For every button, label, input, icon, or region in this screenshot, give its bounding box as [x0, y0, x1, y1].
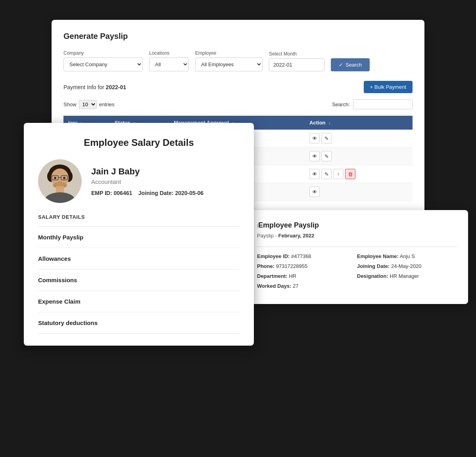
department-cell: Department: HR — [257, 273, 357, 279]
locations-select[interactable]: All — [149, 57, 189, 71]
locations-label: Locations — [149, 50, 189, 56]
employee-role: Accountant — [91, 178, 203, 185]
panel-title: Generate Payslip — [63, 32, 413, 41]
cell-action: 👁 ✎ — [305, 147, 413, 165]
bulk-payment-button[interactable]: + Bulk Payment — [364, 81, 413, 93]
payslip-panel-title: lEmployee Payslip — [257, 221, 457, 229]
locations-filter-group: Locations All — [149, 50, 189, 71]
show-label: Show — [63, 101, 77, 107]
salary-item-commissions[interactable]: Commissions — [38, 270, 240, 291]
show-entries-row: Show 10 entries — [63, 100, 115, 109]
phone-cell: Phone: 97317228955 — [257, 263, 357, 269]
salary-details-panel: Employee Salary Details — [24, 123, 254, 346]
payment-info-bar: Payment Info for 2022-01 + Bulk Payment — [63, 81, 413, 93]
view-icon[interactable]: 👁 — [309, 187, 320, 197]
salary-item-expense-claim[interactable]: Expense Claim — [38, 291, 240, 312]
payslip-details: Employee ID: #477368 Employee Name: Anju… — [257, 247, 457, 289]
cell-action: 👁 — [305, 183, 413, 201]
search-text-label: Search: — [332, 101, 350, 107]
month-label: Select Month — [269, 51, 324, 57]
table-search-input[interactable] — [353, 99, 413, 109]
view-icon[interactable]: 👁 — [309, 151, 320, 161]
search-button[interactable]: ✓ Search — [331, 58, 370, 71]
company-filter-group: Company Select Company — [63, 50, 143, 71]
employee-filter-group: Employee All Employees — [195, 50, 263, 71]
search-check-icon: ✓ — [339, 62, 343, 68]
entries-label: entries — [99, 101, 115, 107]
svg-point-8 — [63, 177, 65, 179]
month-filter-group: Select Month — [269, 51, 324, 71]
employee-select[interactable]: All Employees — [195, 57, 263, 71]
avatar — [38, 159, 82, 203]
filter-row: Company Select Company Locations All Emp… — [63, 50, 413, 71]
salary-items-list: Monthly Payslip Allowances Commissions E… — [38, 226, 240, 334]
view-icon[interactable]: 👁 — [309, 169, 320, 179]
worked-days-cell: Worked Days: 27 — [257, 283, 457, 289]
month-input[interactable] — [269, 58, 324, 71]
svg-point-7 — [54, 177, 56, 179]
edit-icon[interactable]: ✎ — [321, 151, 332, 161]
delete-icon[interactable]: 🗑 — [345, 169, 355, 179]
avatar-image — [40, 161, 80, 203]
svg-rect-11 — [56, 186, 64, 193]
payslip-subtitle: Payslip - February, 2022 — [257, 233, 457, 239]
entries-select[interactable]: 10 — [79, 100, 97, 109]
designation-cell: Designation: HR Manager — [357, 273, 457, 279]
view-icon[interactable]: 👁 — [309, 133, 320, 143]
cell-action: 👁 ✎ ↑ 🗑 — [305, 165, 413, 183]
sort-icon-action: ↕ — [328, 120, 331, 125]
salary-section-title: SALARY DETAILS — [38, 214, 240, 220]
cell-action: 👁 ✎ — [305, 130, 413, 147]
company-label: Company — [63, 50, 143, 56]
table-search-row: Search: — [332, 99, 413, 109]
employee-payslip-panel: lEmployee Payslip Payslip - February, 20… — [246, 210, 468, 304]
detail-row-phone-date: Phone: 97317228955 Joining Date: 24-May-… — [257, 263, 457, 269]
employee-profile: Jain J Baby Accountant EMP ID: 006461 Jo… — [38, 159, 240, 203]
joining-date-cell: Joining Date: 24-May-2020 — [357, 263, 457, 269]
detail-row-id-name: Employee ID: #477368 Employee Name: Anju… — [257, 253, 457, 259]
upload-icon[interactable]: ↑ — [333, 169, 344, 179]
detail-row-worked: Worked Days: 27 — [257, 283, 457, 289]
employee-meta: EMP ID: 006461 Joining Date: 2020-05-06 — [91, 190, 203, 196]
employee-name-cell: Employee Name: Anju S — [357, 253, 457, 259]
edit-icon[interactable]: ✎ — [321, 133, 332, 143]
edit-icon[interactable]: ✎ — [321, 169, 332, 179]
salary-panel-title: Employee Salary Details — [38, 137, 240, 148]
salary-item-statutory-deductions[interactable]: Statutory deductions — [38, 312, 240, 334]
detail-row-dept-desig: Department: HR Designation: HR Manager — [257, 273, 457, 279]
employee-label: Employee — [195, 50, 263, 56]
company-select[interactable]: Select Company — [63, 57, 143, 71]
payment-info-text: Payment Info for 2022-01 — [63, 84, 126, 90]
employee-id-cell: Employee ID: #477368 — [257, 253, 357, 259]
col-action[interactable]: Action ↕ — [305, 116, 413, 130]
employee-info: Jain J Baby Accountant EMP ID: 006461 Jo… — [91, 166, 203, 196]
employee-name: Jain J Baby — [91, 166, 203, 177]
salary-item-allowances[interactable]: Allowances — [38, 248, 240, 270]
salary-item-monthly-payslip[interactable]: Monthly Payslip — [38, 227, 240, 248]
